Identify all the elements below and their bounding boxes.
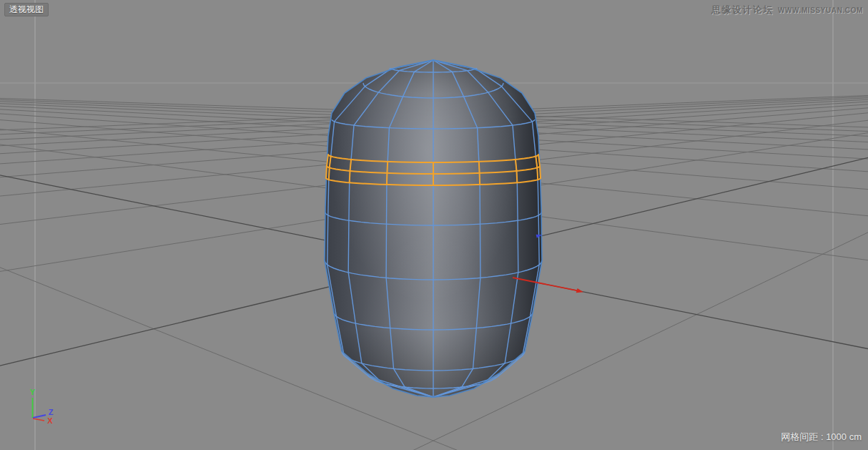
- capsule-object[interactable]: [325, 60, 542, 397]
- viewport-3d-canvas[interactable]: YZX: [0, 0, 868, 450]
- axis-y-label: Y: [30, 388, 36, 396]
- viewport-name-label[interactable]: 透视视图: [4, 3, 49, 16]
- world-axis-gizmo: YZX: [30, 388, 54, 425]
- axis-x-label: X: [47, 416, 53, 425]
- grid-spacing-status: 网格间距 : 1000 cm: [781, 431, 862, 444]
- perspective-viewport[interactable]: YZX 透视视图 思缘设计论坛WWW.MISSYUAN.COM 网格间距 : 1…: [0, 0, 868, 450]
- watermark-site-name: 思缘设计论坛: [711, 4, 774, 15]
- watermark-site-url: WWW.MISSYUAN.COM: [778, 6, 863, 14]
- watermark: 思缘设计论坛WWW.MISSYUAN.COM: [711, 3, 863, 16]
- axis-z-label: Z: [49, 408, 54, 416]
